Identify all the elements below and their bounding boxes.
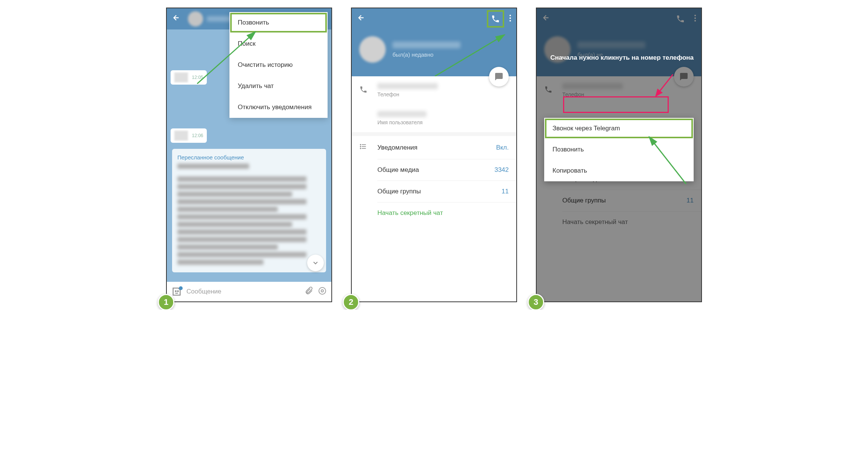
username-row[interactable]: Имя пользователя <box>352 104 516 132</box>
ctx-telegram-call[interactable]: Звонок через Telegram <box>544 118 694 139</box>
notifications-row[interactable]: Уведомления Вкл. <box>352 136 516 159</box>
back-arrow-icon[interactable] <box>357 14 365 24</box>
menu-item-mute[interactable]: Отключить уведомления <box>229 97 328 118</box>
message-time: 12:06 <box>192 133 203 138</box>
overflow-menu: Позвонить Поиск Очистить историю Удалить… <box>229 12 328 118</box>
avatar[interactable] <box>188 11 203 26</box>
message-time: 12:05 <box>192 75 203 80</box>
username-label: Имя пользователя <box>377 119 509 125</box>
screen-3: был(а) не Телефон Общие медиа 3342 <box>536 8 702 302</box>
annotation-tip: Сначала нужно кликнуть на номер телефона <box>550 54 694 62</box>
attach-icon[interactable] <box>304 286 313 297</box>
back-arrow-icon[interactable] <box>172 14 180 24</box>
profile-status: был(а) недавно <box>392 51 460 58</box>
profile-name <box>392 42 460 48</box>
annotation-highlight-phone <box>563 96 669 113</box>
message-thumbnail <box>174 131 188 141</box>
screen-1: 12:05 12:06 Пересланное сообщение <box>166 8 332 302</box>
menu-item-clear-history[interactable]: Очистить историю <box>229 54 328 76</box>
svg-point-0 <box>175 291 176 292</box>
more-icon[interactable] <box>509 15 511 23</box>
notifications-label: Уведомления <box>377 144 417 151</box>
svg-point-7 <box>509 20 511 22</box>
message-thumbnail <box>174 73 188 82</box>
shared-groups-row[interactable]: Общие группы 11 <box>352 181 516 202</box>
avatar[interactable] <box>359 36 386 63</box>
scroll-down-button[interactable] <box>307 255 324 271</box>
svg-point-1 <box>177 291 178 292</box>
phone-number <box>377 83 438 89</box>
phone-icon <box>359 85 368 95</box>
svg-point-13 <box>360 146 361 147</box>
svg-point-12 <box>360 144 361 145</box>
ctx-call[interactable]: Позвонить <box>544 139 694 160</box>
phone-label: Телефон <box>377 91 509 97</box>
context-menu: Звонок через Telegram Позвонить Копирова… <box>544 118 694 181</box>
svg-point-14 <box>360 148 361 149</box>
step-badge: 2 <box>343 294 359 310</box>
shared-media-label: Общие медиа <box>377 166 419 174</box>
record-icon[interactable] <box>318 286 327 297</box>
menu-item-call[interactable]: Позвонить <box>229 12 328 33</box>
message-input[interactable]: Сообщение <box>186 288 300 295</box>
list-icon <box>359 143 368 152</box>
shared-media-value: 3342 <box>494 166 509 174</box>
message-input-bar: Сообщение <box>167 282 331 301</box>
ctx-copy[interactable]: Копировать <box>544 160 694 181</box>
svg-point-3 <box>319 287 326 294</box>
step-badge: 3 <box>528 294 544 310</box>
forwarded-message[interactable]: Пересланное сообщение <box>172 149 326 272</box>
shared-media-row[interactable]: Общие медиа 3342 <box>352 159 516 181</box>
step-badge: 1 <box>158 294 174 310</box>
username <box>377 111 426 117</box>
notifications-value: Вкл. <box>496 144 509 151</box>
svg-point-5 <box>509 15 511 16</box>
shared-groups-value: 11 <box>502 188 509 195</box>
message-bubble[interactable]: 12:05 <box>171 70 207 85</box>
svg-point-6 <box>509 17 511 19</box>
message-bubble[interactable]: 12:06 <box>171 128 207 143</box>
call-button[interactable] <box>488 11 503 27</box>
svg-point-2 <box>321 290 323 292</box>
menu-item-delete-chat[interactable]: Удалить чат <box>229 76 328 97</box>
profile-header: был(а) недавно <box>352 8 516 76</box>
screen-2: был(а) недавно Телефон Имя пользователя <box>351 8 517 302</box>
message-fab[interactable] <box>489 67 509 87</box>
secret-chat-button[interactable]: Начать секретный чат <box>352 202 516 224</box>
shared-groups-label: Общие группы <box>377 188 421 195</box>
menu-item-search[interactable]: Поиск <box>229 33 328 54</box>
sticker-icon[interactable] <box>171 286 182 297</box>
forwarded-label: Пересланное сообщение <box>177 154 321 161</box>
